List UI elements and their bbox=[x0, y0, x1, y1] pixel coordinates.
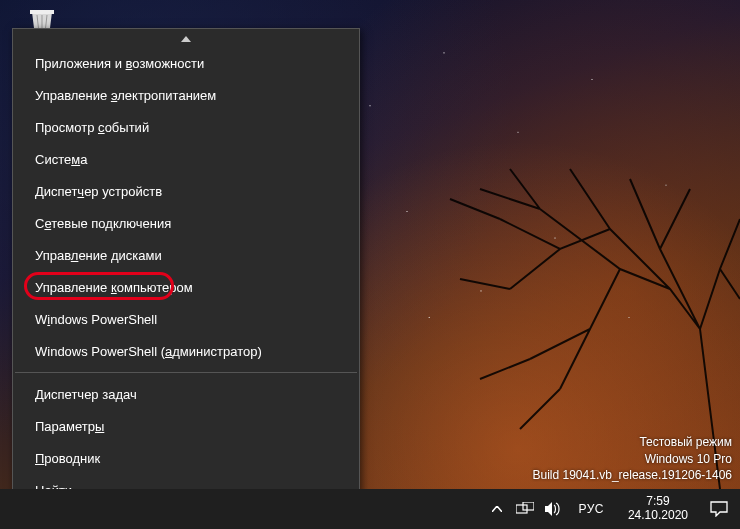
taskbar: РУС 7:59 24.10.2020 bbox=[0, 489, 740, 529]
tray-time: 7:59 bbox=[628, 495, 688, 509]
menu-separator bbox=[15, 372, 357, 373]
tray-volume-icon[interactable] bbox=[544, 500, 562, 518]
menu-item-computer-management[interactable]: Управление компьютером bbox=[13, 271, 359, 303]
menu-item-label: Проводник bbox=[35, 451, 100, 466]
recycle-bin-icon[interactable] bbox=[22, 0, 62, 30]
menu-item-label: Просмотр событий bbox=[35, 120, 149, 135]
menu-item-settings[interactable]: Параметры bbox=[13, 410, 359, 442]
menu-item-label: Приложения и возможности bbox=[35, 56, 204, 71]
menu-item-label: Диспетчер устройств bbox=[35, 184, 162, 199]
menu-item-event-viewer[interactable]: Просмотр событий bbox=[13, 111, 359, 143]
winx-context-menu: Приложения и возможности Управление элек… bbox=[12, 28, 360, 523]
menu-item-label: Windows PowerShell (администратор) bbox=[35, 344, 262, 359]
menu-item-task-manager[interactable]: Диспетчер задач bbox=[13, 378, 359, 410]
menu-item-label: Параметры bbox=[35, 419, 104, 434]
menu-item-label: Управление электропитанием bbox=[35, 88, 216, 103]
menu-item-label: Диспетчер задач bbox=[35, 387, 137, 402]
menu-item-powershell[interactable]: Windows PowerShell bbox=[13, 303, 359, 335]
tray-display-project-icon[interactable] bbox=[516, 500, 534, 518]
watermark-line: Windows 10 Pro bbox=[533, 451, 733, 467]
svg-rect-0 bbox=[516, 505, 527, 513]
watermark-line: Build 19041.vb_release.191206-1406 bbox=[533, 467, 733, 483]
menu-scroll-up[interactable] bbox=[13, 31, 359, 47]
tray-overflow-chevron-icon[interactable] bbox=[488, 500, 506, 518]
menu-item-label: Система bbox=[35, 152, 87, 167]
tray-clock[interactable]: 7:59 24.10.2020 bbox=[620, 495, 696, 523]
menu-item-label: Сетевые подключения bbox=[35, 216, 171, 231]
menu-item-power-options[interactable]: Управление электропитанием bbox=[13, 79, 359, 111]
menu-item-system[interactable]: Система bbox=[13, 143, 359, 175]
system-tray: РУС 7:59 24.10.2020 bbox=[482, 495, 702, 523]
menu-item-disk-management[interactable]: Управление дисками bbox=[13, 239, 359, 271]
svg-rect-1 bbox=[523, 502, 534, 510]
menu-item-device-manager[interactable]: Диспетчер устройств bbox=[13, 175, 359, 207]
tray-language-indicator[interactable]: РУС bbox=[572, 502, 610, 516]
menu-item-network-connections[interactable]: Сетевые подключения bbox=[13, 207, 359, 239]
menu-item-file-explorer[interactable]: Проводник bbox=[13, 442, 359, 474]
menu-item-powershell-admin[interactable]: Windows PowerShell (администратор) bbox=[13, 335, 359, 367]
menu-item-label: Управление компьютером bbox=[35, 280, 193, 295]
menu-item-apps-and-features[interactable]: Приложения и возможности bbox=[13, 47, 359, 79]
action-center-icon[interactable] bbox=[702, 489, 736, 529]
windows-test-mode-watermark: Тестовый режим Windows 10 Pro Build 1904… bbox=[533, 434, 733, 483]
watermark-line: Тестовый режим bbox=[533, 434, 733, 450]
menu-item-label: Управление дисками bbox=[35, 248, 162, 263]
tray-date: 24.10.2020 bbox=[628, 509, 688, 523]
menu-item-label: Windows PowerShell bbox=[35, 312, 157, 327]
